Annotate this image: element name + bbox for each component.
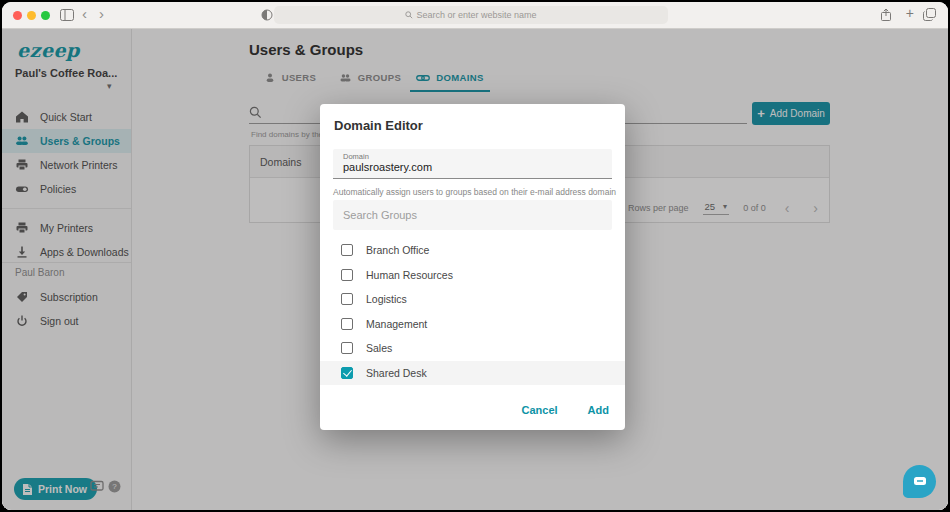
tab-overview-icon[interactable]	[923, 8, 936, 24]
chat-icon	[913, 476, 927, 487]
back-button[interactable]: ‹	[82, 6, 87, 21]
add-button[interactable]: Add	[586, 400, 611, 420]
group-row-sales[interactable]: Sales	[320, 336, 625, 361]
address-placeholder: Search or enter website name	[416, 10, 536, 20]
checkbox-checked[interactable]	[341, 367, 353, 379]
minimize-window-button[interactable]	[27, 11, 36, 20]
app-content: ezeep Paul's Coffee Roa... ▾ Quick Start…	[2, 29, 948, 510]
browser-toolbar: ‹ › Search or enter website name +	[2, 2, 948, 29]
checkbox-unchecked[interactable]	[341, 342, 353, 354]
cancel-button[interactable]: Cancel	[520, 400, 560, 420]
search-icon	[405, 11, 413, 19]
checkbox-unchecked[interactable]	[341, 244, 353, 256]
group-list: Branch Office Human Resources Logistics …	[320, 238, 625, 385]
share-icon[interactable]	[880, 8, 892, 25]
domain-input[interactable]	[343, 161, 603, 173]
checkbox-unchecked[interactable]	[341, 269, 353, 281]
group-row-management[interactable]: Management	[320, 312, 625, 337]
dialog-helper-text: Automatically assign users to groups bas…	[333, 187, 616, 197]
address-bar[interactable]: Search or enter website name	[274, 6, 668, 24]
dialog-title: Domain Editor	[334, 118, 423, 133]
domain-field-label: Domain	[343, 152, 369, 161]
group-name: Human Resources	[366, 269, 453, 281]
group-name: Logistics	[366, 293, 407, 305]
dialog-actions: Cancel Add	[520, 400, 611, 420]
browser-window: ‹ › Search or enter website name + ezeep…	[2, 2, 948, 510]
checkbox-unchecked[interactable]	[341, 293, 353, 305]
group-name: Management	[366, 318, 427, 330]
page-settings-icon[interactable]	[261, 9, 273, 24]
checkbox-unchecked[interactable]	[341, 318, 353, 330]
group-row-shared-desk[interactable]: Shared Desk	[320, 361, 625, 386]
zoom-window-button[interactable]	[41, 11, 50, 20]
forward-button[interactable]: ›	[99, 6, 104, 21]
sidebar-toggle-icon[interactable]	[60, 9, 74, 24]
group-name: Shared Desk	[366, 367, 427, 379]
domain-editor-dialog: Domain Editor Domain Automatically assig…	[320, 104, 625, 430]
group-row-branch-office[interactable]: Branch Office	[320, 238, 625, 263]
close-window-button[interactable]	[13, 11, 22, 20]
group-search-input[interactable]	[333, 200, 612, 230]
group-row-logistics[interactable]: Logistics	[320, 287, 625, 312]
group-name: Sales	[366, 342, 392, 354]
group-row-human-resources[interactable]: Human Resources	[320, 263, 625, 288]
new-tab-button[interactable]: +	[906, 6, 914, 21]
group-name: Branch Office	[366, 244, 429, 256]
chat-widget-button[interactable]	[903, 465, 936, 498]
